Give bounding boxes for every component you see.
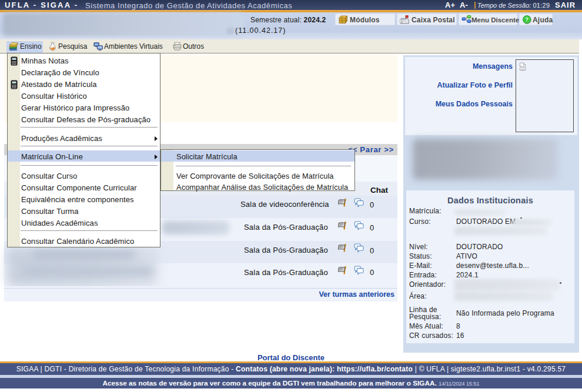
svg-text:?: ?: [525, 16, 529, 22]
